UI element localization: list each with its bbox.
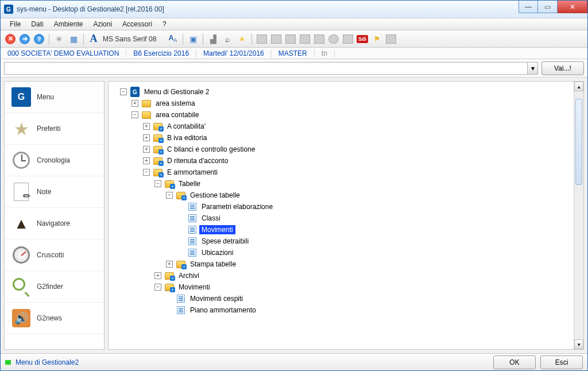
tree-node-label[interactable]: area contabile	[153, 110, 201, 119]
expand-icon[interactable]: +	[143, 146, 150, 153]
menu-help[interactable]: ?	[158, 19, 171, 29]
title-bar[interactable]: G sys-menu - Desktop di Gestionale2 [rel…	[1, 1, 587, 18]
tree-node-label[interactable]: Spese detraibili	[199, 237, 251, 246]
tree-node-label[interactable]: Movimenti cespiti	[188, 294, 245, 303]
grey-tool-7-icon[interactable]	[342, 33, 354, 45]
tree-node[interactable]: +Piano ammortamento	[109, 304, 581, 316]
tree-node-label[interactable]: Stampa tabelle	[188, 260, 238, 269]
tool-grid-icon[interactable]: ▦	[67, 33, 80, 45]
grey-tool-3-icon[interactable]	[284, 33, 297, 45]
tree-view[interactable]: −GMenu di Gestionale 2+area sistema−area…	[109, 82, 583, 349]
tree-node[interactable]: +A contabilita'	[109, 121, 581, 132]
tree-node-label[interactable]: Movimenti	[199, 225, 235, 234]
tree-node-label[interactable]: Menu di Gestionale 2	[142, 87, 211, 96]
tree-node[interactable]: +Ubicazioni	[109, 247, 581, 258]
tree-node-label[interactable]: Piano ammortamento	[188, 306, 258, 315]
tree-node-label[interactable]: E ammortamenti	[165, 168, 220, 177]
menu-azioni[interactable]: Azioni	[88, 19, 117, 29]
font-icon[interactable]: A	[87, 33, 100, 45]
tree-node-label[interactable]: Parametri elaborazione	[199, 202, 275, 211]
tree-node[interactable]: −Movimenti	[109, 281, 581, 293]
search-input[interactable]	[4, 62, 528, 75]
chart-icon[interactable]: ▟	[207, 33, 219, 45]
tree-node-label[interactable]: area sistema	[153, 99, 198, 108]
collapse-icon[interactable]: −	[120, 88, 127, 95]
scroll-thumb[interactable]	[575, 99, 582, 185]
grey-tool-5-icon[interactable]	[313, 33, 326, 45]
tree-node-label[interactable]: Classi	[199, 214, 223, 223]
collapse-icon[interactable]: −	[154, 180, 161, 187]
tree-node[interactable]: −E ammortamenti	[109, 167, 581, 178]
tree-node[interactable]: +Movimenti	[109, 224, 581, 235]
expand-icon[interactable]: +	[143, 123, 150, 130]
tree-node[interactable]: −Gestione tabelle	[109, 190, 581, 201]
sidebar-item-g2finder[interactable]: G2finder	[5, 271, 104, 303]
grey-tool-6-icon[interactable]	[327, 33, 340, 45]
tree-node[interactable]: −Tabelle	[109, 178, 581, 190]
favorite-icon[interactable]: ★	[235, 33, 248, 45]
menu-dati[interactable]: Dati	[26, 19, 48, 29]
cancel-icon[interactable]: ✕	[4, 33, 17, 45]
tree-node-label[interactable]: Movimenti	[176, 283, 212, 292]
menu-file[interactable]: File	[5, 19, 25, 29]
vertical-scrollbar[interactable]: ▴ ▾	[574, 82, 583, 349]
expand-icon[interactable]: +	[143, 134, 150, 141]
exit-button[interactable]: Esci	[540, 355, 583, 369]
tree-node[interactable]: +Movimenti cespiti	[109, 293, 581, 304]
tree-node-label[interactable]: Tabelle	[176, 179, 203, 188]
tool-wand-icon[interactable]: ✳	[53, 33, 65, 45]
sidebar-item-g2news[interactable]: 🔊G2news	[5, 303, 104, 334]
tree-node[interactable]: −GMenu di Gestionale 2	[109, 86, 581, 98]
tree-node[interactable]: −area contabile	[109, 109, 581, 121]
tree-node[interactable]: +Spese detraibili	[109, 235, 581, 247]
sdi-icon[interactable]: Sdi	[356, 33, 369, 45]
expand-icon[interactable]: +	[131, 100, 138, 107]
collapse-icon[interactable]: −	[131, 111, 138, 118]
help-icon[interactable]: ?	[33, 33, 45, 45]
font-size-icon[interactable]: AA	[167, 33, 179, 45]
sidebar-item-preferiti[interactable]: ★Preferiti	[5, 113, 104, 145]
forward-icon[interactable]: ➜	[18, 33, 31, 45]
tree-node-label[interactable]: C bilanci e controllo gestione	[165, 145, 257, 154]
tree-node[interactable]: +Parametri elaborazione	[109, 201, 581, 212]
tree-node-label[interactable]: B iva editoria	[165, 133, 209, 142]
collapse-icon[interactable]: −	[143, 169, 150, 176]
tree-node-label[interactable]: Archivi	[176, 271, 202, 280]
expand-icon[interactable]: +	[154, 272, 161, 279]
grey-tool-2-icon[interactable]	[270, 33, 283, 45]
maximize-button[interactable]: ▭	[538, 1, 558, 13]
sidebar-item-cronologia[interactable]: Cronologia	[5, 145, 104, 176]
scroll-up-icon[interactable]: ▴	[574, 82, 583, 91]
grey-tool-1-icon[interactable]	[256, 33, 268, 45]
scroll-down-icon[interactable]: ▾	[574, 339, 583, 349]
tree-node-label[interactable]: Ubicazioni	[199, 248, 235, 257]
go-button[interactable]: Vai...!	[541, 61, 584, 75]
tree-node[interactable]: +Archivi	[109, 270, 581, 281]
binoculars-icon[interactable]: ⌕	[221, 33, 234, 45]
sidebar-item-navigatore[interactable]: ▲Navigatore	[5, 208, 104, 239]
tree-node[interactable]: +area sistema	[109, 98, 581, 109]
tree-node[interactable]: +D ritenuta d'acconto	[109, 155, 581, 167]
user-icon[interactable]: ▣	[187, 33, 199, 45]
tree-node[interactable]: +Classi	[109, 212, 581, 224]
tree-node-label[interactable]: D ritenuta d'acconto	[165, 156, 230, 165]
tree-node-label[interactable]: A contabilita'	[165, 122, 208, 131]
search-dropdown-icon[interactable]: ▾	[528, 62, 538, 75]
grey-tool-4-icon[interactable]	[299, 33, 311, 45]
tree-node[interactable]: +Stampa tabelle	[109, 258, 581, 270]
sidebar-item-note[interactable]: ✎Note	[5, 176, 104, 208]
tree-node[interactable]: +C bilanci e controllo gestione	[109, 144, 581, 155]
sidebar-item-cruscotti[interactable]: Cruscotti	[5, 239, 104, 271]
collapse-icon[interactable]: −	[166, 192, 173, 199]
expand-icon[interactable]: +	[166, 261, 173, 268]
menu-accessori[interactable]: Accessori	[118, 19, 157, 29]
menu-ambiente[interactable]: Ambiente	[49, 19, 88, 29]
sidebar-item-menu[interactable]: GMenu	[5, 82, 104, 113]
collapse-icon[interactable]: −	[154, 284, 161, 291]
ok-button[interactable]: OK	[493, 355, 536, 369]
tree-node-label[interactable]: Gestione tabelle	[188, 191, 242, 200]
expand-icon[interactable]: +	[143, 157, 150, 164]
minimize-button[interactable]: —	[519, 1, 538, 13]
flag-icon[interactable]: ⚑	[370, 33, 383, 45]
last-tool-icon[interactable]	[385, 33, 397, 45]
